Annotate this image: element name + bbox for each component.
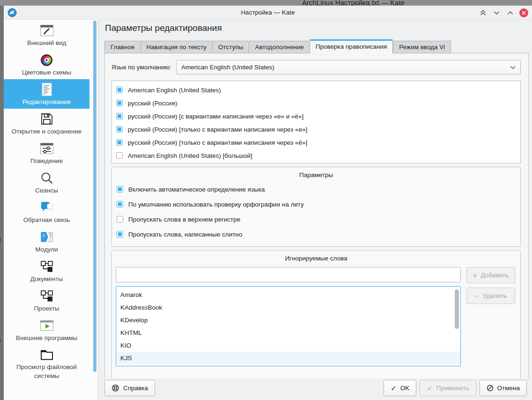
help-label: Справка [123,385,148,392]
dictionary-row[interactable]: русский (Россия) [с вариантами написания… [112,110,520,123]
screen: ArchLinux Настройка.txt — Kate о у л а о… [0,0,532,400]
default-language-dropdown[interactable]: American English (United States) [176,60,521,74]
word-row[interactable]: KDevelop [116,314,460,326]
tab-auto-completion[interactable]: Автодополнение [249,41,309,53]
check-icon: ✓ [427,385,433,392]
ok-button[interactable]: ✓ OK [384,380,416,396]
option-row[interactable]: Включить автоматическое определение язык… [112,182,520,197]
checkbox[interactable] [116,113,123,119]
check-icon: ✓ [391,385,397,392]
tab-spellcheck[interactable]: Проверка правописания [310,39,393,53]
tab-general[interactable]: Главное [104,41,140,53]
sidebar-item-color-schemes[interactable]: Цветовые схемы [4,50,89,79]
checkbox[interactable] [116,152,123,159]
ignored-word-input[interactable] [116,267,461,282]
sidebar-item-feedback[interactable]: Обратная связь [4,197,89,227]
spellcheck-panel: Язык по умолчанию: American English (Uni… [104,53,529,380]
tab-vi-input-mode[interactable]: Режим ввода Vi [393,41,451,53]
tab-text-navigation[interactable]: Навигация по тексту [140,41,212,53]
plus-icon: + [473,272,477,279]
sidebar-label: Внешние программы [16,333,78,342]
dictionary-label: русский (Россия) [с вариантами написания… [128,113,303,120]
checkbox[interactable] [117,216,123,222]
sidebar-item-behavior[interactable]: Поведение [4,138,89,168]
dictionary-row[interactable]: русский (Россия) [только с вариантами на… [112,123,520,136]
dialog-titlebar: Настройка — Kate [4,6,532,20]
options-group: Параметры Включить автоматическое опреде… [111,167,521,247]
remove-word-label: Удалить [483,292,507,299]
apply-button[interactable]: ✓ Применить [420,380,476,396]
sidebar-label: Документы [30,274,63,283]
option-row[interactable]: Пропускать слова, написанные слитно [112,227,520,242]
checkbox[interactable] [116,100,123,106]
sidebar-item-appearance[interactable]: Внешний вид [4,20,89,50]
dictionary-label: русский (Россия) [128,100,177,107]
sidebar-item-projects[interactable]: Проекты [4,286,89,315]
flowchart-icon [40,288,53,304]
option-row[interactable]: Пропускать слова в верхнем регистре [112,212,520,227]
default-language-value: American English (United States) [181,64,274,71]
color-wheel-icon [41,52,52,68]
close-button[interactable] [519,8,528,17]
flowchart-icon [40,259,53,274]
checkbox[interactable] [117,201,123,207]
help-button[interactable]: Справка [104,380,155,396]
sidebar-item-plugins[interactable]: Модули [4,227,89,256]
minus-icon: − [475,292,479,299]
cancel-button[interactable]: Отмена [480,380,527,396]
sidebar-label: Обратная связь [23,215,70,224]
editing-icon [41,81,52,97]
option-label: По умолчанию использовать проверку орфог… [128,201,304,208]
magnifier-icon [40,170,53,186]
sidebar-item-documents[interactable]: Документы [4,256,89,286]
tab-indentation[interactable]: Отступы [212,41,249,53]
dialog-title: Настройка — Kate [4,9,532,16]
word-row[interactable]: Amarok [116,289,460,301]
sidebar-item-external-tools[interactable]: Внешние программы [4,315,89,345]
dictionary-row[interactable]: American English (United States) [большо… [112,149,520,162]
dictionary-label: American English (United States) [128,87,221,94]
word-row[interactable]: KHTML [116,326,460,339]
sidebar-label: Проекты [34,304,59,313]
cancel-label: Отмена [497,385,520,392]
dictionary-label: American English (United States) [большо… [128,152,252,159]
sidebar-item-editing[interactable]: Редактирование [4,79,89,109]
default-language-row: Язык по умолчанию: American English (Uni… [111,60,521,74]
sidebar-label: Открытие и сохранение [12,127,82,136]
dictionary-row[interactable]: русский (Россия) [только с вариантами на… [112,136,520,149]
word-row[interactable]: KIO [116,339,460,352]
sidebar-label: Поведение [30,156,63,165]
chevron-down-icon [510,66,516,69]
default-language-label: Язык по умолчанию: [111,64,171,71]
word-row[interactable]: KJS [116,352,460,364]
lifebuoy-help-icon [111,384,119,392]
checkbox[interactable] [117,186,123,193]
sidebar-item-sessions[interactable]: Сеансы [4,168,89,197]
ignored-words-list: Amarok KAddressBook KDevelop KHTML KIO K… [116,286,461,366]
dictionary-row[interactable]: American English (United States) [112,83,520,96]
checkbox[interactable] [117,231,123,237]
checkbox[interactable] [116,139,123,146]
minimize-button[interactable] [492,8,501,17]
dictionary-row[interactable]: русский (Россия) [112,96,520,110]
word-list-scrollbar[interactable] [455,289,459,329]
keep-above-button[interactable] [479,8,487,17]
option-label: Пропускать слова, написанные слитно [128,231,242,238]
background-window-titlebar: ArchLinux Настройка.txt — Kate [0,0,532,6]
maximize-button[interactable] [506,8,514,17]
checkbox[interactable] [116,87,123,93]
option-label: Включить автоматическое определение язык… [128,186,265,193]
settings-sidebar: Внешний вид Цветовые схемы Редакти [4,20,98,400]
sidebar-item-open-save[interactable]: Открытие и сохранение [4,109,89,138]
sidebar-label: Внешний вид [27,38,66,47]
remove-word-button[interactable]: − Удалить [466,288,515,304]
word-row[interactable]: KAddressBook [116,301,460,314]
add-word-button[interactable]: + Добавить [466,267,515,283]
dictionary-list: American English (United States) русский… [111,81,521,163]
sidebar-scrollbar[interactable] [93,21,96,372]
sidebar-item-filesystem-browser[interactable]: Просмотр файловой системы [4,345,89,382]
plugins-icon [40,229,54,245]
checkbox[interactable] [116,126,123,133]
option-row[interactable]: По умолчанию использовать проверку орфог… [112,197,520,212]
background-window-title: ArchLinux Настройка.txt — Kate [302,0,405,6]
